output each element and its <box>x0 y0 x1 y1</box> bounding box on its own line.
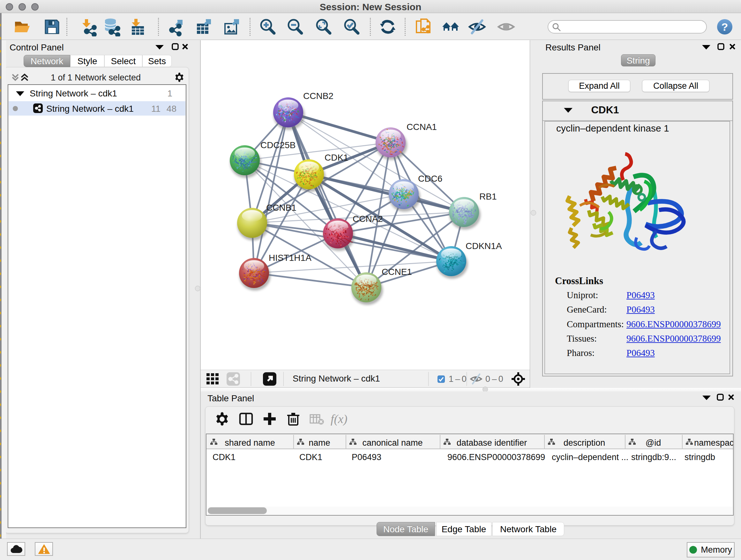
svg-text:CDKN1A: CDKN1A <box>466 241 502 251</box>
svg-text:RB1: RB1 <box>479 192 496 201</box>
svg-text:CCNB2: CCNB2 <box>303 91 333 101</box>
svg-text:CCNE1: CCNE1 <box>382 267 412 277</box>
svg-text:HIST1H1A: HIST1H1A <box>269 253 312 263</box>
svg-text:CCNA1: CCNA1 <box>407 122 437 132</box>
svg-text:CDK1: CDK1 <box>325 152 348 163</box>
svg-text:CDC6: CDC6 <box>418 174 442 184</box>
svg-text:CCNB1: CCNB1 <box>266 203 296 212</box>
svg-text:CDC25B: CDC25B <box>260 140 295 150</box>
svg-text:CCNA2: CCNA2 <box>353 214 383 224</box>
